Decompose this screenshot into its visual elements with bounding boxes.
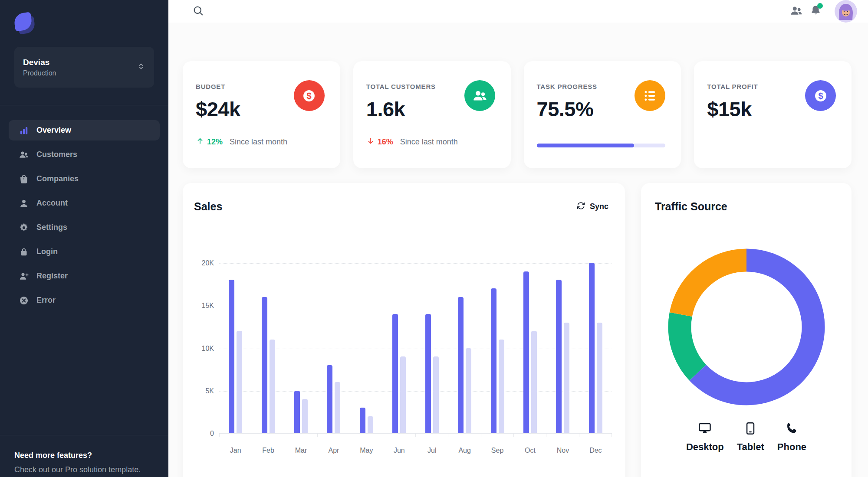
- sidebar-item-customers[interactable]: Customers: [9, 144, 160, 165]
- customers-trend: 16% Since last month: [366, 137, 458, 147]
- sidebar-item-error[interactable]: Error: [9, 290, 160, 310]
- sidebar-item-label: Overview: [36, 126, 71, 135]
- device-label: Tablet: [737, 441, 764, 453]
- bar-this-year: [523, 271, 529, 433]
- x-axis-label: Feb: [252, 447, 284, 454]
- bar-this-year: [491, 288, 496, 433]
- x-axis-label: Oct: [514, 447, 546, 454]
- tick: [219, 434, 252, 437]
- x-axis-label: Jul: [416, 447, 448, 454]
- bar-group-aug: [448, 263, 481, 433]
- tick: [546, 434, 579, 437]
- trend-percent: 16%: [378, 137, 393, 147]
- device-phone: Phone: [777, 421, 806, 453]
- bar-this-year: [360, 408, 365, 433]
- tick: [481, 434, 514, 437]
- bar-this-year: [392, 314, 398, 433]
- sales-title: Sales: [194, 200, 222, 213]
- sidebar-item-login[interactable]: Login: [9, 242, 160, 262]
- bar-last-year: [237, 331, 242, 433]
- tick: [448, 434, 481, 437]
- budget-card: BUDGET $24k $ 12% Since last month: [183, 61, 340, 168]
- x-axis-label: May: [350, 447, 383, 454]
- sidebar-item-label: Customers: [36, 150, 77, 159]
- x-axis-label: Jun: [383, 447, 415, 454]
- workspace-selector[interactable]: Devias Production: [14, 47, 154, 88]
- sidebar-item-companies[interactable]: Companies: [9, 169, 160, 189]
- y-axis-label: 5K: [194, 387, 214, 395]
- bar-group-oct: [514, 263, 546, 433]
- device-label: Desktop: [686, 441, 724, 453]
- bar-last-year: [499, 340, 504, 433]
- sync-button[interactable]: Sync: [576, 201, 608, 212]
- bar-last-year: [433, 356, 439, 433]
- bar-group-apr: [317, 263, 350, 433]
- stats-row: BUDGET $24k $ 12% Since last month TOTAL…: [183, 61, 852, 168]
- users-icon: [790, 4, 803, 19]
- avatar[interactable]: [835, 0, 857, 23]
- sidebar-divider: [0, 105, 168, 105]
- dashboard-content: BUDGET $24k $ 12% Since last month TOTAL…: [168, 23, 868, 477]
- sidebar-footer: Need more features? Check out our Pro so…: [0, 435, 168, 474]
- task-progress-bar: [537, 144, 666, 147]
- chevron-updown-icon: [137, 62, 145, 72]
- lock-icon: [19, 247, 29, 257]
- tick: [416, 434, 448, 437]
- device-legend: DesktopTabletPhone: [641, 421, 852, 453]
- x-axis-label: Nov: [546, 447, 579, 454]
- x-axis-label: Sep: [481, 447, 513, 454]
- tick: [579, 434, 612, 437]
- x-axis-label: Apr: [317, 447, 350, 454]
- x-axis-label: Dec: [579, 447, 612, 454]
- x-circle-icon: [19, 295, 29, 306]
- dollar-circle-icon: $: [294, 80, 325, 111]
- bar-this-year: [458, 297, 464, 433]
- sidebar-item-register[interactable]: Register: [9, 266, 160, 286]
- total-customers-card: TOTAL CUSTOMERS 1.6k 16% Since last: [353, 61, 511, 168]
- workspace-environment: Production: [23, 69, 137, 78]
- search-button[interactable]: [189, 2, 208, 21]
- budget-trend: 12% Since last month: [196, 137, 287, 147]
- chart-plot-area: [219, 263, 612, 434]
- bar-last-year: [400, 356, 406, 433]
- trend-caption: Since last month: [230, 137, 287, 147]
- x-axis-labels: JanFebMarAprMayJunJulAugSepOctNovDec: [219, 447, 612, 454]
- bar-last-year: [302, 399, 308, 433]
- sales-card: Sales Sync 20K15K10K5K0JanFebMarAprMayJu…: [183, 183, 625, 477]
- task-progress-card: TASK PROGRESS 75.5%: [524, 61, 681, 168]
- bar-last-year: [368, 416, 373, 433]
- sidebar-item-overview[interactable]: Overview: [9, 120, 160, 140]
- users-circle-icon: [464, 80, 495, 111]
- main-area: BUDGET $24k $ 12% Since last month TOTAL…: [168, 0, 868, 477]
- tick: [383, 434, 416, 437]
- notifications-button[interactable]: [806, 2, 825, 21]
- sidebar-item-settings[interactable]: Settings: [9, 217, 160, 238]
- app-logo[interactable]: [14, 13, 37, 36]
- y-axis-label: 20K: [194, 259, 214, 267]
- search-icon: [192, 5, 204, 18]
- bar-this-year: [229, 280, 234, 433]
- traffic-source-card: Traffic Source DesktopTabletPhone: [641, 183, 852, 477]
- bar-group-jun: [383, 263, 415, 433]
- device-desktop: Desktop: [686, 421, 724, 453]
- footer-subtitle[interactable]: Check out our Pro solution template.: [14, 465, 154, 474]
- arrow-up-icon: [196, 137, 204, 147]
- sync-label: Sync: [590, 202, 608, 211]
- bar-group-mar: [285, 263, 317, 433]
- shopping-bag-icon: [19, 174, 29, 184]
- bar-this-year: [294, 391, 300, 433]
- refresh-icon: [576, 201, 585, 212]
- contacts-button[interactable]: [787, 2, 806, 21]
- arrow-down-icon: [366, 137, 375, 147]
- y-axis-label: 10K: [194, 345, 214, 353]
- sidebar: Devias Production OverviewCustomersCompa…: [0, 0, 168, 477]
- bar-this-year: [327, 365, 332, 433]
- sidebar-item-label: Register: [36, 271, 68, 281]
- bar-last-year: [597, 323, 602, 433]
- notification-dot: [817, 3, 823, 9]
- device-label: Phone: [777, 441, 806, 453]
- sidebar-item-account[interactable]: Account: [9, 193, 160, 213]
- bar-last-year: [466, 348, 471, 434]
- bars-layer: [219, 263, 612, 433]
- x-axis-label: Aug: [448, 447, 481, 454]
